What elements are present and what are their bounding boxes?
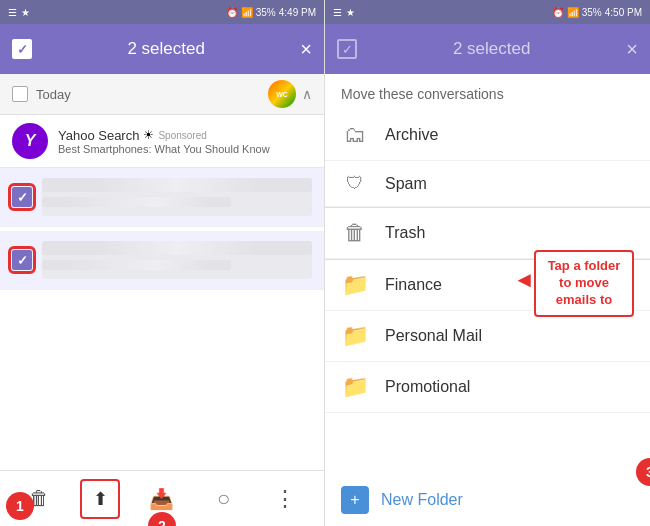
right-status-icons: ☰ ★ — [333, 7, 355, 18]
more-icon: ⋮ — [274, 486, 296, 512]
email-content-2 — [42, 241, 312, 279]
right-time-display: 4:50 PM — [605, 7, 642, 18]
right-panel: ☰ ★ ⏰ 📶 35% 4:50 PM 2 selected × Move th… — [325, 0, 650, 526]
right-header: 2 selected × — [325, 24, 650, 74]
menu-icon: ☰ — [8, 7, 17, 18]
archive-icon: 🗂 — [341, 122, 369, 148]
yahoo-logo: Y — [12, 123, 48, 159]
email-checkbox-2[interactable] — [12, 250, 32, 270]
yahoo-sponsored: Sponsored — [158, 130, 206, 141]
left-header: 2 selected × — [0, 24, 324, 74]
time-display: 4:49 PM — [279, 7, 316, 18]
email-item-2[interactable] — [0, 231, 324, 290]
wifi-icon: 📶 — [241, 7, 253, 18]
folder-item-archive[interactable]: 🗂 Archive — [325, 110, 650, 161]
today-bar: Today WC ∧ — [0, 74, 324, 115]
folder-name-trash: Trash — [385, 224, 425, 242]
email-content-1 — [42, 178, 312, 216]
folder-item-personal-mail[interactable]: 📁 Personal Mail — [325, 311, 650, 362]
yahoo-content: Yahoo Search ☀ Sponsored Best Smartphone… — [58, 128, 312, 155]
left-bottom-section: 1 🗑 ⬆ 📥 ○ ⋮ 2 — [0, 470, 324, 526]
status-icons-left: ☰ ★ — [8, 7, 30, 18]
annotation-text: Tap a folder to move emails to — [548, 258, 621, 307]
email-list — [0, 168, 324, 470]
right-battery-text: 35% — [582, 7, 602, 18]
yahoo-subtitle: Best Smartphones: What You Should Know — [58, 143, 312, 155]
folder-name-spam: Spam — [385, 175, 427, 193]
move-up-icon: ⬆ — [93, 488, 108, 510]
today-bar-left: Today — [12, 86, 71, 102]
personal-mail-icon: 📁 — [341, 323, 369, 349]
circle-button[interactable]: ○ — [204, 479, 244, 519]
trash-folder-icon: 🗑 — [341, 220, 369, 246]
today-label: Today — [36, 87, 71, 102]
arrow-left-icon: ◄ — [513, 267, 535, 293]
right-select-checkbox[interactable] — [337, 39, 357, 59]
right-close-button[interactable]: × — [626, 38, 638, 61]
more-button[interactable]: ⋮ — [265, 479, 305, 519]
right-star-icon: ★ — [346, 7, 355, 18]
right-menu-icon: ☰ — [333, 7, 342, 18]
world-cup-badge: WC — [268, 80, 296, 108]
yahoo-title: Yahoo Search — [58, 128, 139, 143]
spam-icon: 🛡 — [341, 173, 369, 194]
right-wifi-icon: 📶 — [567, 7, 579, 18]
select-all-checkbox[interactable] — [12, 39, 32, 59]
folder-name-finance: Finance — [385, 276, 442, 294]
star-icon: ★ — [21, 7, 30, 18]
folder-name-personal-mail: Personal Mail — [385, 327, 482, 345]
folder-item-promotional[interactable]: 📁 Promotional — [325, 362, 650, 413]
left-status-bar: ☰ ★ ⏰ 📶 35% 4:49 PM — [0, 0, 324, 24]
left-panel: ☰ ★ ⏰ 📶 35% 4:49 PM 2 selected × Today W… — [0, 0, 325, 526]
right-alarm-icon: ⏰ — [552, 7, 564, 18]
new-folder-row[interactable]: + New Folder — [325, 474, 650, 526]
email-item-1[interactable] — [0, 168, 324, 227]
right-status-right: ⏰ 📶 35% 4:50 PM — [552, 7, 642, 18]
folder-name-archive: Archive — [385, 126, 438, 144]
move-button[interactable]: ⬆ — [80, 479, 120, 519]
new-folder-label: New Folder — [381, 491, 463, 509]
yahoo-ad[interactable]: Y Yahoo Search ☀ Sponsored Best Smartpho… — [0, 115, 324, 168]
promotional-icon: 📁 — [341, 374, 369, 400]
status-info-right: ⏰ 📶 35% 4:49 PM — [226, 7, 316, 18]
today-checkbox[interactable] — [12, 86, 28, 102]
right-selected-count: 2 selected — [369, 39, 614, 59]
circle-icon: ○ — [217, 486, 230, 512]
right-status-bar: ☰ ★ ⏰ 📶 35% 4:50 PM — [325, 0, 650, 24]
finance-folder-icon: 📁 — [341, 272, 369, 298]
folder-name-promotional: Promotional — [385, 378, 470, 396]
alarm-icon: ⏰ — [226, 7, 238, 18]
email-checkbox-1[interactable] — [12, 187, 32, 207]
today-chevron-icon[interactable]: ∧ — [302, 86, 312, 102]
folder-down-icon: 📥 — [149, 487, 174, 511]
sun-icon: ☀ — [143, 128, 154, 142]
badge-1: 1 — [6, 492, 34, 520]
selected-count-label: 2 selected — [44, 39, 288, 59]
close-selection-button[interactable]: × — [300, 38, 312, 61]
battery-text: 35% — [256, 7, 276, 18]
folder-item-spam[interactable]: 🛡 Spam — [325, 161, 650, 207]
move-conversations-label: Move these conversations — [325, 74, 650, 110]
new-folder-icon: + — [341, 486, 369, 514]
annotation-box: Tap a folder to move emails to — [534, 250, 634, 317]
